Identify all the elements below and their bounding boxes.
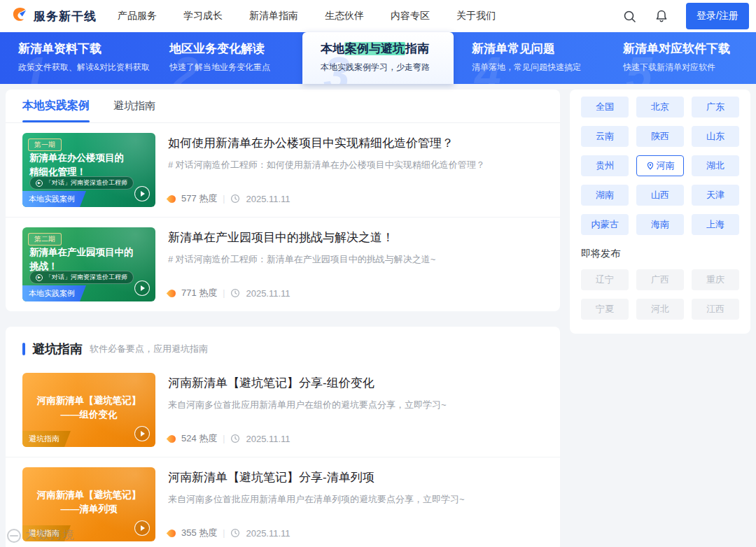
case-body: 如何使用新清单在办公楼项目中实现精细化造价管理？ # 对话河南造价工程师：如何使…: [168, 133, 543, 207]
upcoming-region-button: 宁夏: [581, 299, 629, 320]
upcoming-title: 即将发布: [581, 248, 739, 260]
heat-flame-icon: [167, 433, 178, 444]
category-ribbon: 本地实践案例: [22, 285, 86, 301]
region-button[interactable]: 内蒙古: [581, 214, 629, 235]
page-content: 本地实践案例 避坑指南 第一期 新清单在办公楼项目的 精细化管理！ ▶「对话」河…: [0, 84, 756, 547]
banner-tab-subtitle: 政策文件获取、解读&对比资料获取: [18, 62, 151, 73]
region-sidebar: 全国 北京 广东 云南 陕西 山东 贵州 河南 湖北 湖南 山西 天津 内蒙古 …: [570, 90, 750, 334]
play-icon[interactable]: [134, 520, 150, 536]
clock-icon: [230, 434, 240, 443]
region-button[interactable]: 湖北: [692, 155, 739, 176]
login-register-button[interactable]: 登录/注册: [686, 3, 749, 29]
watermark: 大数跨境: [7, 528, 76, 543]
brand-logo-icon: [10, 6, 29, 27]
region-button-selected[interactable]: 河南: [636, 155, 684, 176]
banner-tab-subtitle: 快速下载新清单对应软件: [623, 62, 756, 73]
speaker-pill: ▶「对话」河南资深造价工程师: [29, 176, 134, 190]
banner-tab-region-changes[interactable]: 2 地区业务变化解读 快速了解当地业务变化重点: [151, 32, 302, 84]
publish-date: 2025.11.11: [246, 288, 290, 299]
upcoming-region-button: 辽宁: [581, 269, 629, 290]
guide-item-title[interactable]: 河南新清单【避坑笔记】分享-清单列项: [168, 469, 543, 485]
publish-date: 2025.11.11: [246, 528, 290, 539]
tab-local-cases[interactable]: 本地实践案例: [22, 90, 90, 122]
case-thumbnail[interactable]: 第一期 新清单在办公楼项目的 精细化管理！ ▶「对话」河南资深造价工程师 本地实…: [22, 133, 155, 207]
case-list-item: 第二期 新清单在产业园项目中的 挑战！ ▶「对话」河南资深造价工程师 本地实践案…: [6, 217, 560, 311]
guide-list-item: 河南新清单【避坑笔记】 ——清单列项 避坑指南 河南新清单【避坑笔记】分享-清单…: [6, 457, 560, 547]
nav-item-about[interactable]: 关于我们: [456, 10, 496, 22]
meta-divider: |: [223, 288, 225, 298]
case-thumbnail[interactable]: 第二期 新清单在产业园项目中的 挑战！ ▶「对话」河南资深造价工程师 本地实践案…: [22, 227, 155, 301]
play-icon[interactable]: [134, 186, 150, 201]
banner-tab-downloads[interactable]: 1 新清单资料下载 政策文件获取、解读&对比资料获取: [0, 32, 151, 84]
nav-item-content-zone[interactable]: 内容专区: [391, 10, 430, 22]
heat-count: 577 热度: [181, 192, 217, 205]
main-column: 本地实践案例 避坑指南 第一期 新清单在办公楼项目的 精细化管理！ ▶「对话」河…: [6, 90, 560, 547]
region-button[interactable]: 山东: [692, 126, 739, 147]
clock-icon: [230, 528, 240, 538]
region-button[interactable]: 上海: [692, 214, 739, 235]
banner-tab-software-download[interactable]: 5 新清单对应软件下载 快速下载新清单对应软件: [605, 32, 756, 84]
play-mini-icon: ▶: [36, 180, 43, 187]
upcoming-region-button: 重庆: [692, 269, 739, 290]
upcoming-region-button: 广西: [636, 269, 684, 290]
heat-count: 771 热度: [181, 287, 217, 299]
thumbnail-title: 新清单在办公楼项目的 精细化管理！: [29, 151, 148, 180]
brand-name: 服务新干线: [34, 8, 97, 24]
category-ribbon: 避坑指南: [22, 431, 71, 447]
meta-divider: |: [223, 528, 225, 538]
case-description: # 对话河南造价工程师：如何使用新清单在办公楼项目中实现精细化造价管理？: [168, 159, 543, 171]
play-icon[interactable]: [134, 426, 150, 441]
case-meta: 577 热度 | 2025.11.11: [168, 192, 290, 205]
thumbnail-title: 河南新清单【避坑笔记】 ——清单列项: [29, 488, 148, 517]
region-button[interactable]: 云南: [581, 126, 629, 147]
region-button[interactable]: 广东: [692, 97, 739, 118]
region-button[interactable]: 全国: [581, 97, 629, 118]
category-ribbon: 本地实践案例: [22, 191, 86, 207]
guide-list-item: 河南新清单【避坑笔记】 ——组价变化 避坑指南 河南新清单【避坑笔记】分享-组价…: [6, 363, 560, 457]
banner-tab-subtitle: 清单落地，常见问题快速搞定: [472, 62, 605, 73]
region-button[interactable]: 贵州: [581, 155, 629, 176]
nav-item-learning[interactable]: 学习成长: [183, 10, 223, 22]
nav-item-partners[interactable]: 生态伙伴: [325, 10, 364, 22]
banner-tab-title: 新清单资料下载: [18, 41, 151, 57]
guide-item-description: 来自河南多位首批应用新清单用户在组价的避坑要点分享，立即学习~: [168, 399, 543, 411]
tab-pitfall-guide[interactable]: 避坑指南: [113, 90, 155, 122]
region-button[interactable]: 北京: [636, 97, 684, 118]
banner-section-tabs: 1 新清单资料下载 政策文件获取、解读&对比资料获取 2 地区业务变化解读 快速…: [0, 32, 756, 84]
region-button[interactable]: 湖南: [581, 185, 629, 206]
watermark-logo-icon: [7, 529, 21, 543]
play-icon[interactable]: [134, 280, 150, 296]
top-navigation-bar: 服务新干线 产品服务 学习成长 新清单指南 生态伙伴 内容专区 关于我们 登录/…: [0, 0, 756, 32]
guide-card-header: 避坑指南 软件必备要点，应用避坑指南: [6, 327, 560, 363]
case-title[interactable]: 新清单在产业园项目中的挑战与解决之道！: [168, 229, 543, 246]
region-button[interactable]: 山西: [636, 185, 684, 206]
nav-item-products[interactable]: 产品服务: [118, 10, 157, 22]
guide-body: 河南新清单【避坑笔记】分享-组价变化 来自河南多位首批应用新清单用户在组价的避坑…: [168, 373, 543, 447]
nav-item-new-list-guide[interactable]: 新清单指南: [249, 10, 298, 22]
heat-flame-icon: [167, 193, 178, 204]
banner-tab-faq[interactable]: 4 新清单常见问题 清单落地，常见问题快速搞定: [454, 32, 605, 84]
region-grid: 全国 北京 广东 云南 陕西 山东 贵州 河南 湖北 湖南 山西 天津 内蒙古 …: [581, 97, 739, 235]
region-button[interactable]: 陕西: [636, 126, 684, 147]
issue-badge: 第二期: [28, 233, 62, 246]
upcoming-region-grid: 辽宁 广西 重庆 宁夏 河北 江西: [581, 269, 739, 320]
heat-flame-icon: [167, 527, 178, 539]
region-button[interactable]: 海南: [636, 214, 684, 235]
heat-count: 355 热度: [181, 527, 217, 539]
meta-divider: |: [223, 194, 225, 204]
speaker-pill: ▶「对话」河南资深造价工程师: [29, 271, 134, 284]
search-icon[interactable]: [622, 8, 637, 24]
guide-item-title[interactable]: 河南新清单【避坑笔记】分享-组价变化: [168, 375, 543, 391]
region-button[interactable]: 天津: [692, 185, 739, 206]
notification-bell-icon[interactable]: [654, 8, 669, 24]
case-title[interactable]: 如何使用新清单在办公楼项目中实现精细化造价管理？: [168, 135, 543, 151]
header-accent-bar: [22, 343, 25, 355]
watermark-text: 大数跨境: [25, 528, 76, 543]
guide-title: 避坑指南: [32, 341, 83, 357]
guide-body: 河南新清单【避坑笔记】分享-清单列项 来自河南多位首批应用新清单用户在清单列项的…: [168, 467, 543, 541]
guide-thumbnail[interactable]: 河南新清单【避坑笔记】 ——组价变化 避坑指南: [22, 373, 155, 447]
banner-tab-local-cases-active[interactable]: 3 本地案例与避坑指南 本地实践案例学习，少走弯路: [302, 32, 454, 84]
heat-count: 524 热度: [181, 432, 217, 445]
brand[interactable]: 服务新干线: [10, 6, 97, 27]
guide-item-meta: 355 热度 | 2025.11.11: [168, 527, 290, 539]
